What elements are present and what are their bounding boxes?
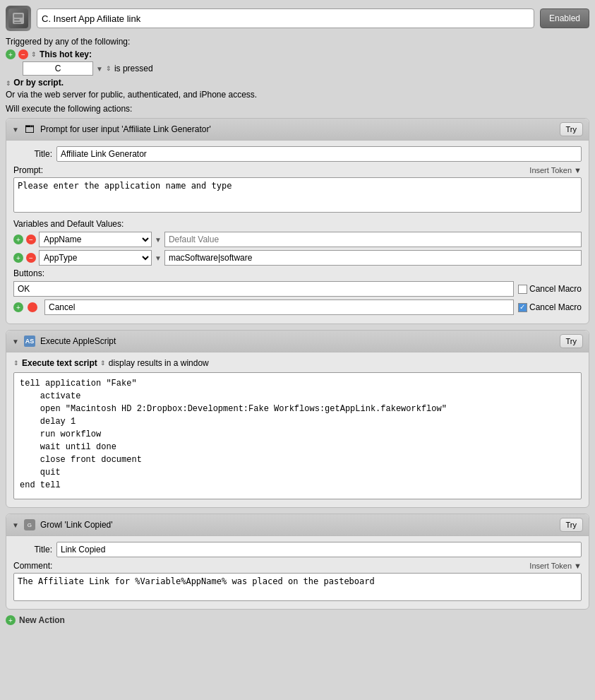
script-sort-icon: ⇕ <box>6 81 11 87</box>
variable-1-value-input[interactable] <box>164 232 582 247</box>
button-cancel-checkbox[interactable] <box>518 303 527 312</box>
add-variable-2-button[interactable]: + <box>13 253 23 263</box>
add-variable-1-button[interactable]: + <box>13 235 23 244</box>
variable-1-dropdown-arrow[interactable]: ▼ <box>155 236 162 244</box>
prompt-textarea[interactable]: Please enter the application name and ty… <box>13 177 582 213</box>
variable-2-name-select[interactable]: AppType <box>39 250 152 266</box>
growl-comment-label: Comment: <box>13 561 52 571</box>
growl-comment-header: Comment: Insert Token ▼ <box>13 561 582 571</box>
prompt-action-header: ▼ 🗔 Prompt for user input 'Affiliate Lin… <box>6 119 589 141</box>
applescript-action-body: ⇕ Execute text script ⇕ display results … <box>6 352 589 507</box>
title-bar: Enabled <box>6 6 589 31</box>
growl-comment-textarea[interactable]: The Affiliate Link for %Variable%AppName… <box>13 573 582 601</box>
button-cancel-cancel-label: Cancel Macro <box>529 302 582 312</box>
applescript-collapse-arrow[interactable]: ▼ <box>12 338 19 345</box>
remove-button-button[interactable] <box>28 302 37 312</box>
add-trigger-button[interactable]: + <box>6 49 16 59</box>
button-cancel-cancel-macro: Cancel Macro <box>518 302 582 312</box>
growl-action-body: Title: Comment: Insert Token ▼ The Affil… <box>6 536 589 609</box>
variable-2-dropdown-arrow[interactable]: ▼ <box>155 254 162 262</box>
prompt-action-block: ▼ 🗔 Prompt for user input 'Affiliate Lin… <box>6 118 589 324</box>
execute-sort-icon[interactable]: ⇕ <box>13 360 19 367</box>
prompt-header-row: Prompt: Insert Token ▼ <box>13 165 582 175</box>
will-execute-label: Will execute the following actions: <box>6 104 589 114</box>
prompt-label: Prompt: <box>13 165 43 175</box>
applescript-textarea[interactable]: tell application "Fake" activate open "M… <box>13 372 582 499</box>
svg-rect-3 <box>14 22 21 23</box>
prompt-try-button[interactable]: Try <box>560 122 583 136</box>
applescript-action-title: Execute AppleScript <box>40 336 555 346</box>
svg-rect-2 <box>14 19 20 20</box>
prompt-action-title: Prompt for user input 'Affiliate Link Ge… <box>40 124 555 134</box>
applescript-icon: AS <box>23 335 36 348</box>
button-ok-cancel-macro: Cancel Macro <box>518 284 582 294</box>
display-results-label: display results in a window <box>109 358 209 368</box>
macro-name-input[interactable] <box>37 8 534 28</box>
buttons-label: Buttons: <box>13 268 582 278</box>
hotkey-input[interactable] <box>23 61 93 76</box>
growl-try-button[interactable]: Try <box>560 518 583 532</box>
new-action-label[interactable]: New Action <box>19 615 65 625</box>
applescript-action-header: ▼ AS Execute AppleScript Try <box>6 331 589 352</box>
hotkey-modifier-icon: ⇕ <box>106 66 112 72</box>
variables-label: Variables and Default Values: <box>13 219 582 229</box>
prompt-title-row: Title: <box>13 146 582 162</box>
prompt-title-input[interactable] <box>56 146 582 162</box>
remove-variable-1-button[interactable]: − <box>26 235 36 244</box>
prompt-insert-token-button[interactable]: Insert Token ▼ <box>529 166 582 174</box>
remove-trigger-button[interactable]: − <box>18 49 28 59</box>
app-icon <box>6 6 31 31</box>
app-icon-inner <box>8 8 28 28</box>
button-ok-input[interactable] <box>13 281 514 297</box>
prompt-collapse-arrow[interactable]: ▼ <box>12 126 19 134</box>
prompt-title-label: Title: <box>13 149 52 159</box>
growl-icon: G <box>23 518 36 531</box>
applescript-try-button[interactable]: Try <box>560 334 583 348</box>
is-pressed-label: is pressed <box>114 64 153 73</box>
or-via-web-label: Or via the web server for public, authen… <box>6 90 589 100</box>
variable-1-name-select[interactable]: AppName <box>39 232 152 247</box>
variable-row-apptype: + − AppType ▼ <box>13 250 582 266</box>
trigger-row: + − ⇕ This hot key: <box>6 49 589 59</box>
growl-action-header: ▼ G Growl 'Link Copied' Try <box>6 514 589 536</box>
prompt-action-body: Title: Prompt: Insert Token ▼ Please ent… <box>6 141 589 324</box>
growl-title-input[interactable] <box>56 542 582 557</box>
button-row-ok: Cancel Macro <box>13 281 582 297</box>
svg-rect-1 <box>14 14 23 18</box>
add-button-button[interactable]: + <box>13 302 23 312</box>
applescript-action-block: ▼ AS Execute AppleScript Try ⇕ Execute t… <box>6 330 589 508</box>
execute-text-script-link[interactable]: Execute text script <box>22 358 97 368</box>
execute-row: ⇕ Execute text script ⇕ display results … <box>13 358 582 368</box>
new-action-row: + New Action <box>6 615 589 625</box>
hotkey-row: ▼ ⇕ is pressed <box>23 61 589 76</box>
triggered-by-label: Triggered by any of the following: <box>6 37 589 47</box>
growl-action-title: Growl 'Link Copied' <box>40 520 555 530</box>
growl-title-row: Title: <box>13 542 582 557</box>
growl-action-block: ▼ G Growl 'Link Copied' Try Title: Comme… <box>6 514 589 610</box>
growl-insert-token-button[interactable]: Insert Token ▼ <box>529 562 582 570</box>
variable-row-appname: + − AppName ▼ <box>13 232 582 247</box>
button-row-cancel: + Cancel Macro <box>13 299 582 315</box>
variable-2-value-input[interactable] <box>164 250 582 266</box>
new-action-plus-icon[interactable]: + <box>6 615 16 625</box>
button-ok-checkbox[interactable] <box>518 285 527 294</box>
hotkey-sort-icon: ⇕ <box>31 52 37 58</box>
or-by-script-label[interactable]: Or by script. <box>13 78 64 88</box>
hotkey-label: This hot key: <box>40 49 92 59</box>
button-ok-cancel-label: Cancel Macro <box>529 284 582 294</box>
button-cancel-input[interactable] <box>44 299 514 315</box>
growl-collapse-arrow[interactable]: ▼ <box>12 521 19 529</box>
enabled-button[interactable]: Enabled <box>540 8 589 28</box>
growl-title-label: Title: <box>13 545 52 554</box>
main-container: Enabled Triggered by any of the followin… <box>0 0 595 700</box>
display-sort-icon[interactable]: ⇕ <box>100 360 106 367</box>
hotkey-dropdown-arrow[interactable]: ▼ <box>96 65 103 73</box>
trigger-section: Triggered by any of the following: + − ⇕… <box>6 37 589 114</box>
prompt-dialog-icon: 🗔 <box>23 123 36 136</box>
remove-variable-2-button[interactable]: − <box>26 253 36 263</box>
